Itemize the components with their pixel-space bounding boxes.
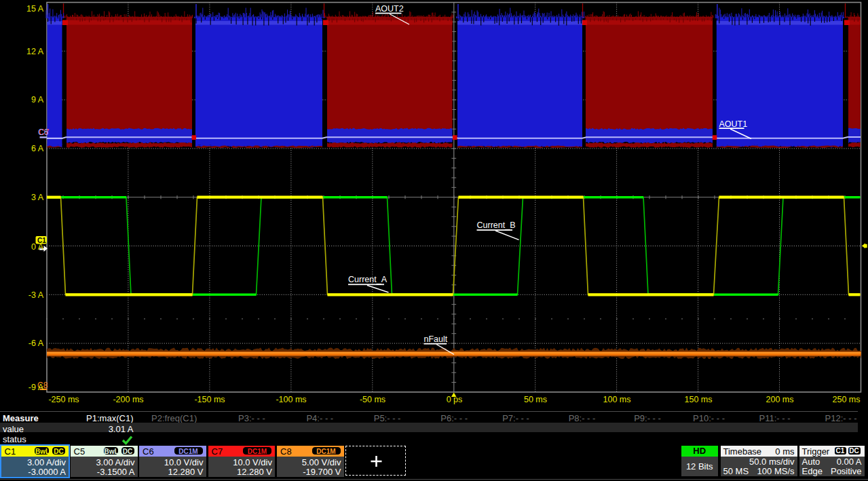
svg-text:-6 A: -6 A <box>29 339 44 348</box>
svg-text:15 A: 15 A <box>26 4 44 14</box>
svg-text:Current_A: Current_A <box>348 275 388 284</box>
svg-text:-250 ms: -250 ms <box>48 395 79 404</box>
svg-text:0 ps: 0 ps <box>447 395 463 404</box>
svg-text:Current_B: Current_B <box>477 220 516 230</box>
svg-text:-9 A: -9 A <box>29 383 44 392</box>
svg-text:100 ms: 100 ms <box>603 395 631 404</box>
svg-text:200 ms: 200 ms <box>766 395 794 404</box>
svg-text:C6: C6 <box>38 128 49 137</box>
svg-text:150 ms: 150 ms <box>685 395 713 404</box>
svg-text:-50 ms: -50 ms <box>360 395 385 404</box>
svg-text:-200 ms: -200 ms <box>113 395 143 404</box>
svg-text:3 A: 3 A <box>31 193 44 202</box>
svg-text:nFault: nFault <box>424 334 448 344</box>
svg-text:AOUT1: AOUT1 <box>719 119 748 129</box>
svg-text:0 A: 0 A <box>31 242 44 252</box>
svg-text:50 ms: 50 ms <box>524 395 547 404</box>
svg-text:9 A: 9 A <box>31 95 44 104</box>
svg-text:-150 ms: -150 ms <box>194 395 225 404</box>
svg-text:-3 A: -3 A <box>29 290 44 300</box>
svg-text:-100 ms: -100 ms <box>276 395 306 404</box>
svg-text:12 A: 12 A <box>26 47 44 56</box>
svg-text:6 A: 6 A <box>31 144 44 153</box>
svg-text:AOUT2: AOUT2 <box>375 4 404 14</box>
svg-text:250 ms: 250 ms <box>833 395 861 404</box>
